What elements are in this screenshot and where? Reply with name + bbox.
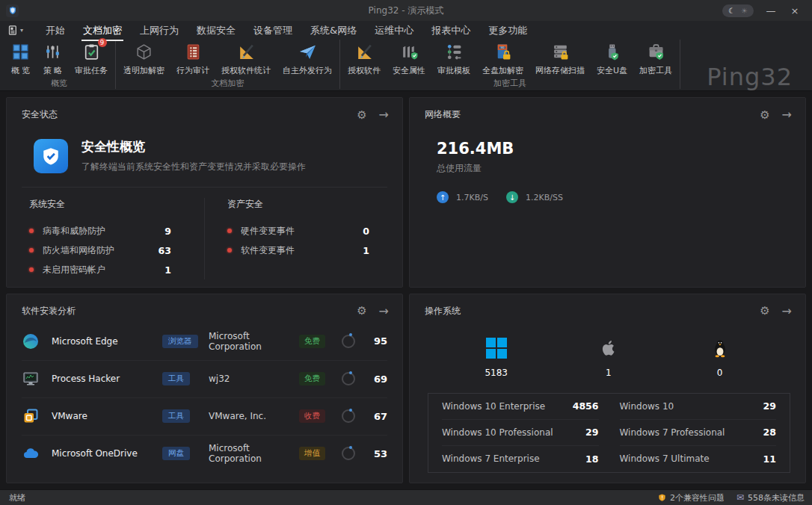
network-storage-scan-button[interactable]: 网络存储扫描 bbox=[529, 40, 591, 76]
self-send-behavior-button[interactable]: 自主外发行为 bbox=[277, 40, 338, 76]
category-badge: 工具 bbox=[162, 372, 190, 385]
toolbar-group-overview: 概 览 策 略 9 审批任务 bbox=[3, 40, 116, 89]
panel-title: 软件安装分析 bbox=[22, 305, 76, 317]
list-item[interactable]: 未启用密码帐户 1 bbox=[29, 260, 204, 279]
arrow-right-icon[interactable]: → bbox=[379, 108, 389, 122]
policy-button[interactable]: 策 略 bbox=[37, 40, 69, 76]
gear-icon[interactable]: ⚙ bbox=[760, 304, 769, 317]
arrow-right-icon[interactable]: → bbox=[782, 108, 792, 122]
table-row[interactable]: Windows 7 Enterprise 18 bbox=[442, 446, 599, 472]
authorized-software-stats-button[interactable]: 授权软件统计 bbox=[215, 40, 277, 76]
table-row[interactable]: Windows 7 Ultimate 11 bbox=[620, 446, 777, 472]
arrow-right-icon[interactable]: → bbox=[379, 304, 389, 318]
onedrive-icon bbox=[22, 444, 40, 462]
audit-list-icon bbox=[183, 42, 203, 62]
macos-count[interactable]: 1 bbox=[598, 338, 619, 378]
group-label-doc-encryption: 文档加密 bbox=[117, 78, 338, 89]
tab-ops-center[interactable]: 运维中心 bbox=[366, 22, 422, 40]
price-badge: 免费 bbox=[299, 372, 325, 385]
linux-count[interactable]: 0 bbox=[710, 338, 731, 378]
table-row[interactable]: Microsoft OneDrive 网盘 Microsoft Corporat… bbox=[22, 435, 387, 472]
security-hero[interactable]: 安全性概览 了解终端当前系统安全性和资产变更情况并采取必要操作 bbox=[7, 122, 402, 173]
score-ring-icon bbox=[342, 409, 355, 423]
price-badge: 免费 bbox=[299, 335, 325, 348]
dark-mode-icon[interactable]: ☾ bbox=[728, 7, 735, 15]
tab-doc-encryption[interactable]: 文档加密 bbox=[74, 22, 131, 40]
table-row[interactable]: Windows 10 Enterprise 4856 bbox=[442, 394, 599, 420]
authorized-software-button[interactable]: 授权软件 bbox=[342, 40, 387, 76]
list-item[interactable]: 软件变更事件 1 bbox=[227, 241, 402, 260]
ribbon-toolbar: 概 览 策 略 9 审批任务 bbox=[0, 40, 812, 89]
unread-messages[interactable]: ✉ 558条未读信息 bbox=[736, 492, 805, 504]
tab-start[interactable]: 开始 bbox=[37, 22, 74, 40]
table-row[interactable]: Windows 10 29 bbox=[620, 394, 777, 420]
approval-template-button[interactable]: 审批模板 bbox=[431, 40, 476, 76]
tab-data-security[interactable]: 数据安全 bbox=[188, 22, 244, 40]
security-attributes-button[interactable]: 安全属性 bbox=[387, 40, 431, 76]
table-row[interactable]: Windows 10 Professional 29 bbox=[442, 420, 599, 446]
approval-clipboard-icon: 9 bbox=[81, 42, 102, 62]
price-badge: 增值 bbox=[299, 447, 325, 460]
upload-arrow-icon: ↑ bbox=[437, 191, 449, 203]
minimize-button[interactable]: — bbox=[764, 5, 778, 16]
ruler-pen-icon bbox=[354, 42, 375, 62]
list-item[interactable]: 病毒和威胁防护 9 bbox=[29, 221, 204, 241]
overview-grid-icon bbox=[10, 42, 31, 62]
list-item[interactable]: 防火墙和网络防护 63 bbox=[29, 241, 204, 260]
gear-icon[interactable]: ⚙ bbox=[357, 108, 366, 122]
secure-usb-button[interactable]: 安全U盘 bbox=[591, 40, 633, 76]
approval-tasks-button[interactable]: 9 审批任务 bbox=[69, 40, 114, 76]
mail-icon: ✉ bbox=[736, 492, 744, 503]
table-row[interactable]: Process Hacker 工具 wj32 免费 69 bbox=[22, 360, 387, 397]
encryption-tools-button[interactable]: 加密工具 bbox=[633, 40, 678, 76]
status-ready: 就绪 bbox=[0, 492, 25, 504]
score-ring-icon bbox=[342, 335, 355, 348]
light-mode-icon[interactable]: ☀ bbox=[741, 7, 748, 15]
ribbon-tabs: ▾ 开始 文档加密 上网行为 数据安全 设备管理 系统&网络 运维中心 报表中心… bbox=[0, 21, 812, 40]
compatibility-issues[interactable]: 2个兼容性问题 bbox=[658, 492, 725, 504]
alert-dot-icon bbox=[227, 229, 232, 233]
server-lock-icon bbox=[550, 42, 570, 62]
hero-title: 安全性概览 bbox=[81, 138, 306, 155]
tab-system-network[interactable]: 系统&网络 bbox=[301, 22, 366, 40]
alert-dot-icon bbox=[29, 267, 34, 272]
table-row[interactable]: Microsoft Edge 浏览器 Microsoft Corporation… bbox=[22, 323, 387, 360]
ribbon: ▾ 开始 文档加密 上网行为 数据安全 设备管理 系统&网络 运维中心 报表中心… bbox=[0, 21, 812, 91]
toolbar-group-encryption-tools: 授权软件 安全属性 审批模板 bbox=[340, 40, 680, 89]
cube-icon bbox=[134, 42, 154, 62]
gear-icon[interactable]: ⚙ bbox=[760, 108, 769, 122]
full-disk-crypt-button[interactable]: SSD 全盘加解密 bbox=[476, 40, 529, 76]
download-speed: 1.2KB/SS bbox=[526, 193, 563, 202]
category-badge: 工具 bbox=[162, 409, 190, 423]
alert-dot-icon bbox=[29, 248, 34, 252]
transparent-crypt-button[interactable]: 透明加解密 bbox=[117, 40, 170, 76]
tab-more-features[interactable]: 更多功能 bbox=[479, 22, 536, 40]
table-row[interactable]: VMware 工具 VMware, Inc. 收费 67 bbox=[22, 397, 387, 435]
svg-text:SSD: SSD bbox=[500, 46, 505, 49]
software-analysis-panel: 软件安装分析 ⚙ → Microsoft Edge 浏览器 Microsoft … bbox=[6, 294, 403, 484]
category-badge: 浏览器 bbox=[162, 335, 198, 348]
table-row[interactable]: Windows 7 Professional 28 bbox=[620, 420, 777, 446]
theme-toggle[interactable]: ☾ ☀ bbox=[722, 4, 754, 17]
list-item[interactable]: 硬件变更事件 0 bbox=[227, 221, 402, 241]
main-menu-button[interactable]: ▾ bbox=[7, 25, 23, 36]
behavior-audit-button[interactable]: 行为审计 bbox=[170, 40, 215, 76]
fence-shield-icon bbox=[399, 42, 419, 62]
tab-web-behavior[interactable]: 上网行为 bbox=[131, 22, 188, 40]
arrow-right-icon[interactable]: → bbox=[782, 304, 792, 318]
apple-logo-icon bbox=[598, 338, 619, 359]
chevron-down-icon: ▾ bbox=[20, 27, 23, 34]
close-button[interactable]: × bbox=[788, 5, 802, 16]
windows-count[interactable]: 5183 bbox=[485, 338, 508, 378]
process-hacker-icon bbox=[22, 370, 40, 388]
upload-speed: 1.7KB/S bbox=[456, 193, 488, 202]
dashboard: 安全状态 ⚙ → 安全性概览 了解终端当前系统安全性和资产变更情况并采取必要操作… bbox=[0, 91, 812, 489]
panel-title: 安全状态 bbox=[22, 108, 58, 121]
section-title: 系统安全 bbox=[29, 198, 204, 211]
gear-icon[interactable]: ⚙ bbox=[357, 304, 366, 317]
tab-report-center[interactable]: 报表中心 bbox=[422, 22, 479, 40]
tab-device-mgmt[interactable]: 设备管理 bbox=[244, 22, 301, 40]
overview-button[interactable]: 概 览 bbox=[4, 40, 37, 76]
group-label-overview: 概览 bbox=[4, 78, 114, 89]
app-logo-icon bbox=[6, 4, 19, 17]
